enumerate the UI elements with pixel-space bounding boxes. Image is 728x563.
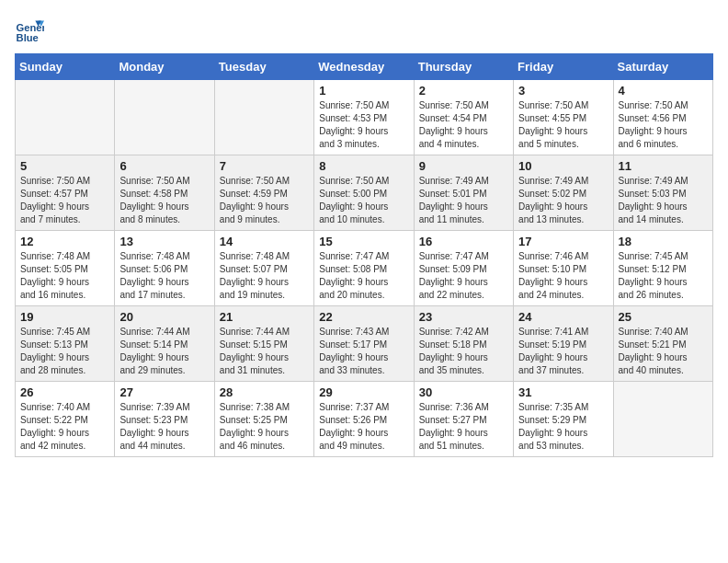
cell-info: Sunrise: 7:50 AM Sunset: 4:53 PM Dayligh… <box>319 99 408 151</box>
cell-info: Sunrise: 7:50 AM Sunset: 4:56 PM Dayligh… <box>619 99 708 151</box>
calendar-cell: 11Sunrise: 7:49 AM Sunset: 5:03 PM Dayli… <box>613 155 712 231</box>
calendar-cell: 7Sunrise: 7:50 AM Sunset: 4:59 PM Daylig… <box>214 155 313 231</box>
day-number: 24 <box>518 310 608 324</box>
day-number: 15 <box>319 235 408 248</box>
calendar-week-row: 12Sunrise: 7:48 AM Sunset: 5:05 PM Dayli… <box>16 231 713 306</box>
day-number: 30 <box>419 385 508 399</box>
day-number: 22 <box>319 310 408 324</box>
cell-info: Sunrise: 7:46 AM Sunset: 5:10 PM Dayligh… <box>518 250 608 302</box>
calendar-cell: 2Sunrise: 7:50 AM Sunset: 4:54 PM Daylig… <box>414 80 513 155</box>
calendar-cell: 25Sunrise: 7:40 AM Sunset: 5:21 PM Dayli… <box>613 306 712 382</box>
day-number: 7 <box>220 159 309 173</box>
calendar-cell: 5Sunrise: 7:50 AM Sunset: 4:57 PM Daylig… <box>16 155 115 231</box>
calendar-header-row: SundayMondayTuesdayWednesdayThursdayFrid… <box>16 54 713 80</box>
calendar-cell: 24Sunrise: 7:41 AM Sunset: 5:19 PM Dayli… <box>514 306 613 382</box>
calendar-cell: 27Sunrise: 7:39 AM Sunset: 5:23 PM Dayli… <box>115 382 214 457</box>
cell-info: Sunrise: 7:48 AM Sunset: 5:07 PM Dayligh… <box>220 250 309 302</box>
calendar-cell: 13Sunrise: 7:48 AM Sunset: 5:06 PM Dayli… <box>115 231 214 306</box>
cell-info: Sunrise: 7:49 AM Sunset: 5:02 PM Dayligh… <box>518 175 608 226</box>
day-number: 8 <box>319 159 408 173</box>
cell-info: Sunrise: 7:45 AM Sunset: 5:12 PM Dayligh… <box>619 250 708 302</box>
calendar-cell: 29Sunrise: 7:37 AM Sunset: 5:26 PM Dayli… <box>314 382 414 457</box>
day-number: 21 <box>220 310 309 324</box>
cell-info: Sunrise: 7:45 AM Sunset: 5:13 PM Dayligh… <box>20 326 109 377</box>
weekday-header-thursday: Thursday <box>414 54 513 80</box>
weekday-header-friday: Friday <box>514 54 613 80</box>
day-number: 11 <box>619 159 708 173</box>
cell-info: Sunrise: 7:40 AM Sunset: 5:21 PM Dayligh… <box>619 326 708 377</box>
cell-info: Sunrise: 7:50 AM Sunset: 4:59 PM Dayligh… <box>220 175 309 226</box>
calendar-cell: 14Sunrise: 7:48 AM Sunset: 5:07 PM Dayli… <box>214 231 313 306</box>
calendar-cell: 17Sunrise: 7:46 AM Sunset: 5:10 PM Dayli… <box>514 231 613 306</box>
weekday-header-saturday: Saturday <box>613 54 712 80</box>
day-number: 13 <box>119 235 209 248</box>
day-number: 3 <box>518 84 608 98</box>
day-number: 1 <box>319 84 408 98</box>
cell-info: Sunrise: 7:47 AM Sunset: 5:08 PM Dayligh… <box>319 250 408 302</box>
cell-info: Sunrise: 7:42 AM Sunset: 5:18 PM Dayligh… <box>419 326 508 377</box>
calendar-cell <box>16 80 115 155</box>
calendar-cell: 28Sunrise: 7:38 AM Sunset: 5:25 PM Dayli… <box>214 382 313 457</box>
calendar-cell: 31Sunrise: 7:35 AM Sunset: 5:29 PM Dayli… <box>514 382 613 457</box>
header: General Blue <box>15 15 713 44</box>
day-number: 26 <box>20 385 109 399</box>
day-number: 17 <box>518 235 608 248</box>
day-number: 14 <box>220 235 309 248</box>
day-number: 19 <box>20 310 109 324</box>
cell-info: Sunrise: 7:44 AM Sunset: 5:15 PM Dayligh… <box>220 326 309 377</box>
cell-info: Sunrise: 7:49 AM Sunset: 5:01 PM Dayligh… <box>419 175 508 226</box>
calendar-cell: 4Sunrise: 7:50 AM Sunset: 4:56 PM Daylig… <box>613 80 712 155</box>
cell-info: Sunrise: 7:41 AM Sunset: 5:19 PM Dayligh… <box>518 326 608 377</box>
calendar-cell <box>214 80 313 155</box>
day-number: 31 <box>518 385 608 399</box>
calendar-cell: 1Sunrise: 7:50 AM Sunset: 4:53 PM Daylig… <box>314 80 414 155</box>
cell-info: Sunrise: 7:48 AM Sunset: 5:05 PM Dayligh… <box>20 250 109 302</box>
day-number: 4 <box>619 84 708 98</box>
calendar-cell: 6Sunrise: 7:50 AM Sunset: 4:58 PM Daylig… <box>115 155 214 231</box>
day-number: 27 <box>119 385 209 399</box>
day-number: 6 <box>119 159 209 173</box>
calendar-cell: 26Sunrise: 7:40 AM Sunset: 5:22 PM Dayli… <box>16 382 115 457</box>
cell-info: Sunrise: 7:35 AM Sunset: 5:29 PM Dayligh… <box>518 401 608 453</box>
calendar-cell: 3Sunrise: 7:50 AM Sunset: 4:55 PM Daylig… <box>514 80 613 155</box>
calendar-cell <box>613 382 712 457</box>
calendar-cell: 22Sunrise: 7:43 AM Sunset: 5:17 PM Dayli… <box>314 306 414 382</box>
calendar-week-row: 19Sunrise: 7:45 AM Sunset: 5:13 PM Dayli… <box>16 306 713 382</box>
cell-info: Sunrise: 7:48 AM Sunset: 5:06 PM Dayligh… <box>119 250 209 302</box>
day-number: 25 <box>619 310 708 324</box>
calendar-cell <box>115 80 214 155</box>
cell-info: Sunrise: 7:40 AM Sunset: 5:22 PM Dayligh… <box>20 401 109 453</box>
calendar: SundayMondayTuesdayWednesdayThursdayFrid… <box>15 53 713 457</box>
cell-info: Sunrise: 7:50 AM Sunset: 5:00 PM Dayligh… <box>319 175 408 226</box>
day-number: 20 <box>119 310 209 324</box>
cell-info: Sunrise: 7:47 AM Sunset: 5:09 PM Dayligh… <box>419 250 508 302</box>
cell-info: Sunrise: 7:37 AM Sunset: 5:26 PM Dayligh… <box>319 401 408 453</box>
cell-info: Sunrise: 7:39 AM Sunset: 5:23 PM Dayligh… <box>119 401 209 453</box>
cell-info: Sunrise: 7:50 AM Sunset: 4:57 PM Dayligh… <box>20 175 109 226</box>
day-number: 2 <box>419 84 508 98</box>
calendar-week-row: 26Sunrise: 7:40 AM Sunset: 5:22 PM Dayli… <box>16 382 713 457</box>
day-number: 29 <box>319 385 408 399</box>
day-number: 18 <box>619 235 708 248</box>
calendar-week-row: 1Sunrise: 7:50 AM Sunset: 4:53 PM Daylig… <box>16 80 713 155</box>
cell-info: Sunrise: 7:50 AM Sunset: 4:54 PM Dayligh… <box>419 99 508 151</box>
weekday-header-tuesday: Tuesday <box>214 54 313 80</box>
calendar-cell: 30Sunrise: 7:36 AM Sunset: 5:27 PM Dayli… <box>414 382 513 457</box>
logo-icon: General Blue <box>15 15 44 44</box>
cell-info: Sunrise: 7:50 AM Sunset: 4:58 PM Dayligh… <box>119 175 209 226</box>
calendar-cell: 15Sunrise: 7:47 AM Sunset: 5:08 PM Dayli… <box>314 231 414 306</box>
day-number: 28 <box>220 385 309 399</box>
calendar-week-row: 5Sunrise: 7:50 AM Sunset: 4:57 PM Daylig… <box>16 155 713 231</box>
calendar-cell: 19Sunrise: 7:45 AM Sunset: 5:13 PM Dayli… <box>16 306 115 382</box>
cell-info: Sunrise: 7:50 AM Sunset: 4:55 PM Dayligh… <box>518 99 608 151</box>
logo: General Blue <box>15 15 48 44</box>
day-number: 5 <box>20 159 109 173</box>
svg-text:Blue: Blue <box>17 32 39 43</box>
cell-info: Sunrise: 7:38 AM Sunset: 5:25 PM Dayligh… <box>220 401 309 453</box>
cell-info: Sunrise: 7:44 AM Sunset: 5:14 PM Dayligh… <box>119 326 209 377</box>
day-number: 9 <box>419 159 508 173</box>
calendar-cell: 23Sunrise: 7:42 AM Sunset: 5:18 PM Dayli… <box>414 306 513 382</box>
cell-info: Sunrise: 7:36 AM Sunset: 5:27 PM Dayligh… <box>419 401 508 453</box>
calendar-cell: 9Sunrise: 7:49 AM Sunset: 5:01 PM Daylig… <box>414 155 513 231</box>
day-number: 23 <box>419 310 508 324</box>
